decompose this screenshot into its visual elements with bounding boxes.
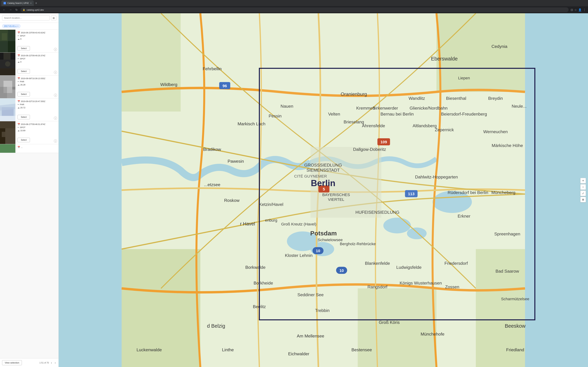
result-details: 📅 2019-08-27T09:48:31.874Z ✂ SPOT ☁ 10.6… (15, 121, 59, 144)
svg-text:Wildberg: Wildberg (160, 82, 177, 87)
result-details: 📅 2019-09-06T10:39:13.555Z ✂ PHR ☁ 26.28… (15, 75, 59, 98)
calendar-icon: 📅 (17, 123, 20, 125)
filter-button[interactable]: ⊞ (51, 16, 56, 20)
tab-close-button[interactable]: × (30, 2, 32, 5)
list-item: 📅 2019-09-23T09:43:43.624Z ✂ SPOT ☁ 0 Se… (0, 30, 59, 53)
list-item: 📅 2019-09-06T10:39:13.555Z ✂ PHR ☁ 26.28… (0, 75, 59, 98)
view-selection-button[interactable]: View selection (2, 360, 22, 365)
satellite-icon: ✂ (17, 126, 19, 129)
tab-bar: C Catalog Search | UP42 × + (0, 0, 588, 6)
result-satellite: ✂ PHR (17, 103, 57, 106)
date-filter-tag: 2017-01-01 ≤ × (2, 24, 20, 28)
cloud-icon: ☁ (17, 129, 20, 132)
svg-rect-24 (2, 132, 5, 137)
menu-icon[interactable]: ⋮ (583, 8, 586, 12)
main-content: ⊞ 2017-01-01 ≤ × (0, 13, 588, 367)
svg-text:Bestensee: Bestensee (351, 347, 372, 352)
zoom-in-button[interactable]: + (580, 178, 586, 184)
list-item: 📅 ... (0, 144, 59, 153)
cast-icon[interactable]: ⊡ (571, 8, 573, 12)
svg-text:Groß Köris: Groß Köris (379, 320, 400, 325)
url-bar[interactable]: 🔒 catalog.up42.dev (20, 7, 569, 12)
satellite-icon: ✂ (17, 80, 19, 83)
svg-text:Beeskow: Beeskow (505, 323, 526, 329)
svg-rect-22 (5, 128, 15, 144)
result-date: 📅 ... (17, 146, 57, 148)
map-controls: + − ⤢ ⊞ (580, 178, 586, 202)
svg-rect-25 (0, 144, 15, 153)
new-tab-button[interactable]: + (35, 0, 38, 6)
next-page-button[interactable]: › (54, 361, 56, 365)
layers-button[interactable]: ⊞ (580, 197, 586, 202)
svg-text:Eberswalde: Eberswalde (431, 56, 458, 61)
zoom-out-button[interactable]: − (580, 184, 586, 190)
result-cloud: ☁ 10.69 (17, 129, 57, 132)
result-thumbnail (0, 53, 15, 75)
calendar-icon: 📅 (17, 146, 20, 148)
expand-button[interactable]: ⤢ (580, 191, 586, 196)
select-button[interactable]: Select (17, 92, 30, 96)
info-button[interactable]: i (54, 94, 57, 97)
reload-button[interactable]: ↻ (15, 8, 18, 12)
select-button[interactable]: Select (17, 69, 30, 74)
sidebar-footer: View selection 1-51 of 70 ‹ › (0, 358, 59, 367)
profile-icon[interactable]: 👤 (578, 8, 582, 12)
result-thumbnail (0, 144, 15, 153)
result-cloud: ☁ 20.72 (17, 106, 57, 109)
result-cloud: ☁ 0 (17, 61, 57, 63)
select-button[interactable]: Select (17, 46, 30, 51)
map-area[interactable]: 96 10 10 5 113 109 Berlin GROSSSIEDLUNG … (59, 13, 588, 367)
info-button[interactable]: i (54, 48, 57, 51)
list-item: 📅 2019-09-02T10:20:47.555Z ✂ PHR ☁ 20.72… (0, 98, 59, 121)
satellite-icon: ✂ (17, 58, 19, 60)
result-date: 📅 2019-09-22T09:49:20.374Z (17, 54, 57, 57)
result-thumbnail (0, 98, 15, 121)
result-satellite: ✂ PHR (17, 80, 57, 83)
svg-rect-3 (2, 33, 7, 40)
info-button[interactable]: i (54, 140, 57, 143)
list-item: 📅 2019-08-27T09:48:31.874Z ✂ SPOT ☁ 10.6… (0, 121, 59, 144)
search-input[interactable] (2, 15, 50, 20)
url-text: catalog.up42.dev (26, 8, 44, 11)
browser-chrome: C Catalog Search | UP42 × + ← → ↻ 🔒 cata… (0, 0, 588, 13)
svg-text:r Havel: r Havel (240, 221, 255, 226)
result-thumbnail (0, 75, 15, 98)
active-tab[interactable]: C Catalog Search | UP42 × (1, 0, 34, 6)
result-details: 📅 2019-09-02T10:20:47.555Z ✂ PHR ☁ 20.72… (15, 98, 59, 121)
sidebar: ⊞ 2017-01-01 ≤ × (0, 13, 59, 367)
satellite-icon: ✂ (17, 103, 19, 106)
svg-text:Eichwalder: Eichwalder (288, 351, 309, 356)
select-button[interactable]: Select (17, 138, 30, 142)
calendar-icon: 📅 (17, 54, 20, 57)
result-thumbnail (0, 121, 15, 144)
address-bar: ← → ↻ 🔒 catalog.up42.dev ⊡ ☆ 👤 ⋮ (0, 6, 588, 13)
svg-rect-7 (3, 53, 10, 60)
previous-page-button[interactable]: ‹ (50, 361, 52, 365)
lock-icon: 🔒 (23, 8, 25, 11)
svg-rect-36 (122, 13, 181, 111)
select-button[interactable]: Select (17, 115, 30, 119)
info-button[interactable]: i (54, 71, 57, 74)
tag-label: 2017-01-01 ≤ (4, 25, 17, 27)
svg-text:Cedynia: Cedynia (492, 44, 508, 49)
result-date: 📅 2019-09-02T10:20:47.555Z (17, 100, 57, 103)
svg-text:Linthe: Linthe (222, 347, 234, 352)
svg-point-9 (5, 61, 10, 67)
satellite-icon: ✂ (17, 35, 19, 37)
tag-remove-button[interactable]: × (17, 25, 18, 27)
bookmark-icon[interactable]: ☆ (574, 8, 577, 12)
back-button[interactable]: ← (2, 8, 6, 12)
cloud-icon: ☁ (17, 61, 20, 63)
result-details: 📅 2019-09-23T09:43:43.624Z ✂ SPOT ☁ 0 Se… (15, 30, 59, 52)
info-button[interactable]: i (54, 117, 57, 120)
svg-rect-2 (8, 41, 15, 52)
result-satellite: ✂ SPOT (17, 58, 57, 60)
list-item: 📅 2019-09-22T09:49:20.374Z ✂ SPOT ☁ 0 Se… (0, 53, 59, 75)
result-cloud: ☁ 26.28 (17, 83, 57, 86)
calendar-icon: 📅 (17, 100, 20, 103)
pagination-text: 1-51 of 70 (39, 362, 49, 364)
svg-rect-14 (7, 90, 15, 98)
svg-rect-13 (0, 87, 7, 98)
forward-button[interactable]: → (9, 8, 13, 12)
cloud-icon: ☁ (17, 83, 20, 86)
